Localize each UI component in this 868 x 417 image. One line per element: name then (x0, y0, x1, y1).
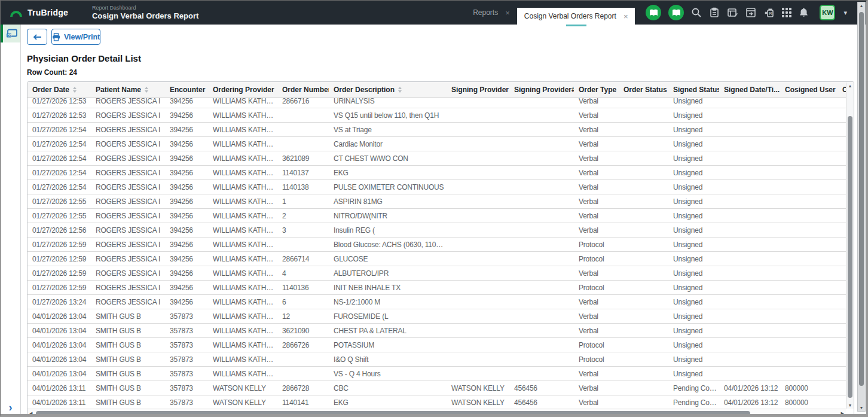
svg-text:R: R (769, 11, 772, 16)
cell-type: Verbal (574, 183, 619, 191)
table-row[interactable]: 04/01/2026 13:04SMITH GUS B357873WILLIAM… (27, 338, 846, 352)
cell-date: 01/27/2026 12:54 (27, 169, 91, 177)
scroll-up-icon[interactable]: ▲ (846, 84, 854, 88)
cell-signed: Unsigned (668, 212, 719, 220)
cell-ordering: WILLIAMS KATHERINE (208, 212, 277, 220)
apps-grid-icon[interactable] (782, 8, 791, 17)
sidebar-item-report-dashboard[interactable]: DD (1, 25, 20, 42)
top-app-bar: TruBridge Report Dashboard Cosign Verbal… (1, 1, 866, 25)
cell-signed: Unsigned (668, 197, 719, 206)
table-row[interactable]: 01/27/2026 13:24ROGERS JESSICA I394256WI… (27, 295, 846, 309)
column-header-signed_date[interactable]: Signed Date/Ti... (719, 82, 780, 98)
table-row[interactable]: 01/27/2026 12:59ROGERS JESSICA I394256WI… (27, 266, 846, 281)
column-header-type[interactable]: Order Type (574, 82, 619, 98)
table-row[interactable]: 04/01/2026 13:04SMITH GUS B357873WILLIAM… (27, 367, 846, 381)
table-row[interactable]: 04/01/2026 13:04SMITH GUS B357873WILLIAM… (27, 352, 846, 367)
cell-date: 01/27/2026 12:55 (27, 212, 91, 220)
column-label: Order Date (32, 86, 69, 94)
table-row[interactable]: 01/27/2026 12:53ROGERS JESSICA I394256WI… (27, 108, 846, 123)
column-header-number[interactable]: Order Number (277, 82, 329, 98)
table-row[interactable]: 04/01/2026 13:04SMITH GUS B357873WILLIAM… (27, 324, 846, 338)
cell-patient: SMITH GUS B (91, 312, 165, 321)
table-vertical-scrollbar[interactable]: ▲ ▼ (846, 83, 854, 409)
table-row[interactable]: 01/27/2026 12:54ROGERS JESSICA I394256WI… (27, 180, 846, 194)
scroll-up-icon[interactable]: ▲ (858, 4, 865, 8)
table-row[interactable]: 04/01/2026 13:11SMITH GUS B357873WATSON … (27, 381, 846, 395)
column-header-signing_num[interactable]: Signing Provider# (509, 82, 574, 98)
table-row[interactable]: 04/01/2026 13:04SMITH GUS B357873WILLIAM… (27, 309, 846, 324)
top-icon-row: R KW ▾ (635, 1, 853, 25)
tab-label: Reports (473, 8, 498, 17)
table-row[interactable]: 01/27/2026 12:54ROGERS JESSICA I394256WI… (27, 123, 846, 137)
horizontal-scroll-thumb[interactable] (36, 411, 750, 416)
cell-number: 3621089 (277, 154, 329, 163)
cell-description: CT CHEST W/WO CON (329, 154, 447, 163)
table-row[interactable]: 01/27/2026 12:55ROGERS JESSICA I394256WI… (27, 194, 846, 209)
chevron-down-icon[interactable]: ▾ (843, 9, 847, 17)
cell-number: 1140138 (277, 183, 329, 191)
cell-encounter: 394256 (165, 183, 208, 191)
tab-cosign-verbal-orders-report[interactable]: Cosign Verbal Orders Report × (517, 8, 635, 25)
window-scroll-thumb[interactable] (859, 12, 864, 386)
cell-cosigned: 800000 (780, 398, 838, 407)
tab-reports[interactable]: Reports × (466, 1, 517, 25)
library-icon[interactable] (646, 5, 661, 20)
vertical-scroll-thumb[interactable] (848, 116, 852, 398)
column-header-description[interactable]: Order Description (329, 82, 447, 98)
cell-signed: Unsigned (668, 154, 719, 163)
report-edit-icon[interactable] (727, 7, 738, 18)
table-row[interactable]: 04/01/2026 13:11SMITH GUS B357873WATSON … (27, 395, 846, 409)
cell-date: 04/01/2026 13:04 (27, 312, 91, 321)
cell-date: 01/27/2026 12:54 (27, 126, 91, 134)
pharmacy-icon[interactable]: R (764, 7, 775, 18)
window-vertical-scrollbar[interactable]: ▲ ▼ (857, 2, 866, 412)
table-row[interactable]: 01/27/2026 12:54ROGERS JESSICA I394256WI… (27, 166, 846, 180)
table-row[interactable]: 01/27/2026 12:55ROGERS JESSICA I394256WI… (27, 209, 846, 223)
close-tab-icon[interactable]: × (505, 9, 510, 17)
cell-number: 2866728 (277, 384, 329, 392)
column-header-cosigned[interactable]: Cosigned User (780, 82, 838, 98)
column-header-ordering[interactable]: Ordering Provider (208, 82, 277, 98)
column-header-patient[interactable]: Patient Name (91, 82, 165, 98)
cell-ordering: WILLIAMS KATHERINE (208, 327, 277, 335)
library-alt-icon[interactable] (668, 5, 684, 20)
search-icon[interactable] (691, 7, 702, 18)
table-row[interactable]: 01/27/2026 12:59ROGERS JESSICA I394256WI… (27, 252, 846, 266)
column-label: Order Description (334, 86, 395, 94)
notifications-bell-icon[interactable] (799, 7, 809, 18)
back-button[interactable] (27, 29, 47, 45)
table-header-row: Order DatePatient NameEncounterOrdering … (27, 82, 854, 98)
table-row[interactable]: 01/27/2026 12:59ROGERS JESSICA I394256WI… (27, 281, 846, 295)
user-avatar[interactable]: KW (820, 5, 835, 20)
close-tab-icon[interactable]: × (624, 13, 628, 20)
document-export-icon[interactable] (745, 7, 757, 18)
scroll-right-icon[interactable]: ▶ (841, 409, 844, 417)
cell-ordering: WILLIAMS KATHERINE (208, 298, 277, 306)
column-header-encounter[interactable]: Encounter (165, 82, 208, 98)
cell-encounter: 357873 (165, 327, 208, 335)
sidebar-expand-chevron[interactable]: › (1, 400, 20, 417)
clipboard-icon[interactable] (709, 7, 720, 18)
cell-ordering: WILLIAMS KATHERINE (208, 169, 277, 177)
cell-number: 1 (277, 197, 329, 206)
column-header-date[interactable]: Order Date (27, 82, 91, 98)
cell-date: 01/27/2026 12:59 (27, 284, 91, 292)
cell-date: 04/01/2026 13:04 (27, 341, 91, 349)
table-horizontal-scrollbar[interactable]: ◀ ▶ (27, 409, 846, 417)
table-row[interactable]: 01/27/2026 12:53ROGERS JESSICA I394256WI… (27, 98, 846, 108)
cell-patient: ROGERS JESSICA I (91, 226, 165, 235)
scroll-down-icon[interactable]: ▼ (858, 406, 865, 410)
table-row[interactable]: 01/27/2026 12:54ROGERS JESSICA I394256WI… (27, 151, 846, 166)
table-row[interactable]: 01/27/2026 12:59ROGERS JESSICA I394256WI… (27, 238, 846, 252)
scroll-left-icon[interactable]: ◀ (29, 409, 32, 417)
column-header-signed[interactable]: Signed Status (668, 82, 719, 98)
column-header-status[interactable]: Order Status (619, 82, 668, 98)
table-row[interactable]: 01/27/2026 12:54ROGERS JESSICA I394256WI… (27, 137, 846, 151)
cell-signed: Unsigned (668, 226, 719, 235)
view-print-button[interactable]: View/Print (51, 29, 100, 45)
cell-type: Verbal (574, 327, 619, 335)
cell-encounter: 357873 (165, 312, 208, 321)
scroll-down-icon[interactable]: ▼ (846, 403, 854, 407)
column-header-signing[interactable]: Signing Provider (447, 82, 509, 98)
table-row[interactable]: 01/27/2026 12:56ROGERS JESSICA I394256WI… (27, 223, 846, 238)
